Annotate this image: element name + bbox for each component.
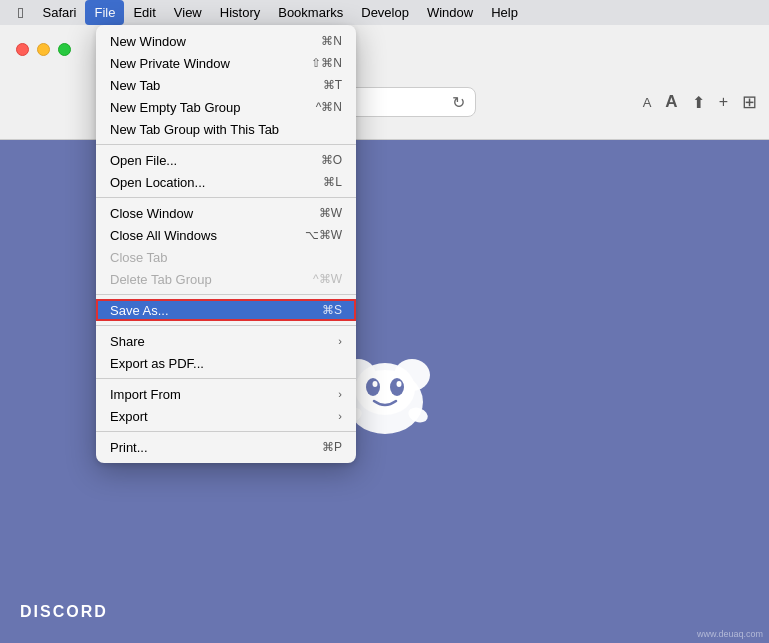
menubar:  Safari File Edit View History Bookmark… — [0, 0, 769, 25]
share-icon[interactable]: ⬆ — [692, 93, 705, 112]
menu-item-label: Close Window — [110, 206, 193, 221]
file-menu[interactable]: File — [85, 0, 124, 25]
menu-separator-2 — [96, 197, 356, 198]
svg-point-7 — [396, 381, 401, 387]
menu-separator-6 — [96, 431, 356, 432]
watermark: www.deuaq.com — [697, 629, 763, 639]
menu-item-new-tab[interactable]: New Tab ⌘T — [96, 74, 356, 96]
edit-menu[interactable]: Edit — [124, 0, 164, 25]
minimize-button[interactable] — [37, 43, 50, 56]
close-button[interactable] — [16, 43, 29, 56]
menu-item-open-location[interactable]: Open Location... ⌘L — [96, 171, 356, 193]
menu-item-label: Open File... — [110, 153, 177, 168]
menu-separator-1 — [96, 144, 356, 145]
menu-item-shortcut: ⌘N — [321, 34, 342, 48]
menu-item-close-tab: Close Tab — [96, 246, 356, 268]
develop-menu[interactable]: Develop — [352, 0, 418, 25]
menu-item-label: Close Tab — [110, 250, 168, 265]
menu-item-label: New Tab Group with This Tab — [110, 122, 279, 137]
svg-point-5 — [390, 378, 404, 396]
menu-item-label: Import From — [110, 387, 181, 402]
menu-item-label: New Empty Tab Group — [110, 100, 241, 115]
new-tab-icon[interactable]: + — [719, 93, 728, 111]
history-menu[interactable]: History — [211, 0, 269, 25]
menu-item-new-empty-tab-group[interactable]: New Empty Tab Group ^⌘N — [96, 96, 356, 118]
menu-item-shortcut: ⌘S — [322, 303, 342, 317]
menu-separator-3 — [96, 294, 356, 295]
menu-item-label: Open Location... — [110, 175, 205, 190]
menu-separator-4 — [96, 325, 356, 326]
toolbar-right: A A ⬆ + ⊞ — [643, 91, 757, 113]
traffic-lights — [16, 43, 71, 56]
safari-menu[interactable]: Safari — [33, 0, 85, 25]
menu-item-shortcut: ⇧⌘N — [311, 56, 342, 70]
font-small-icon: A — [643, 95, 652, 110]
menu-item-label: New Private Window — [110, 56, 230, 71]
menu-item-close-window[interactable]: Close Window ⌘W — [96, 202, 356, 224]
menu-item-new-window[interactable]: New Window ⌘N — [96, 30, 356, 52]
menu-item-shortcut: ^⌘N — [316, 100, 342, 114]
bookmarks-menu[interactable]: Bookmarks — [269, 0, 352, 25]
help-menu[interactable]: Help — [482, 0, 527, 25]
menu-item-label: New Window — [110, 34, 186, 49]
menu-item-label: Save As... — [110, 303, 169, 318]
menu-item-share[interactable]: Share › — [96, 330, 356, 352]
file-dropdown-menu: New Window ⌘N New Private Window ⇧⌘N New… — [96, 25, 356, 463]
svg-point-4 — [366, 378, 380, 396]
menu-item-label: Share — [110, 334, 145, 349]
menu-item-label: Close All Windows — [110, 228, 217, 243]
apple-menu[interactable]:  — [8, 0, 33, 25]
menu-item-close-all-windows[interactable]: Close All Windows ⌥⌘W — [96, 224, 356, 246]
menu-item-shortcut: ⌘O — [321, 153, 342, 167]
menu-item-shortcut: ⌘L — [323, 175, 342, 189]
menu-item-label: Delete Tab Group — [110, 272, 212, 287]
menu-item-shortcut: ⌘P — [322, 440, 342, 454]
menu-item-shortcut: ⌘W — [319, 206, 342, 220]
menu-item-export[interactable]: Export › — [96, 405, 356, 427]
menu-item-print[interactable]: Print... ⌘P — [96, 436, 356, 458]
discord-label: DISCORD — [20, 603, 108, 621]
reload-icon[interactable]: ↻ — [452, 93, 465, 112]
view-menu[interactable]: View — [165, 0, 211, 25]
menu-item-shortcut: ^⌘W — [313, 272, 342, 286]
menu-item-label: Print... — [110, 440, 148, 455]
menu-item-export-as-pdf[interactable]: Export as PDF... — [96, 352, 356, 374]
menu-item-new-private-window[interactable]: New Private Window ⇧⌘N — [96, 52, 356, 74]
svg-point-3 — [355, 363, 415, 415]
menu-item-shortcut: ⌥⌘W — [305, 228, 342, 242]
menu-item-new-tab-group-this-tab[interactable]: New Tab Group with This Tab — [96, 118, 356, 140]
fullscreen-button[interactable] — [58, 43, 71, 56]
menu-item-open-file[interactable]: Open File... ⌘O — [96, 149, 356, 171]
window-menu[interactable]: Window — [418, 0, 482, 25]
menu-item-import-from[interactable]: Import From › — [96, 383, 356, 405]
font-large-icon: A — [665, 92, 677, 112]
submenu-arrow-export: › — [338, 410, 342, 422]
menu-item-label: Export as PDF... — [110, 356, 204, 371]
svg-point-6 — [372, 381, 377, 387]
menu-item-shortcut: ⌘T — [323, 78, 342, 92]
menu-separator-5 — [96, 378, 356, 379]
menu-item-label: New Tab — [110, 78, 160, 93]
grid-icon[interactable]: ⊞ — [742, 91, 757, 113]
submenu-arrow-share: › — [338, 335, 342, 347]
menu-item-save-as[interactable]: Save As... ⌘S — [96, 299, 356, 321]
menu-item-label: Export — [110, 409, 148, 424]
menu-item-delete-tab-group: Delete Tab Group ^⌘W — [96, 268, 356, 290]
submenu-arrow-import: › — [338, 388, 342, 400]
